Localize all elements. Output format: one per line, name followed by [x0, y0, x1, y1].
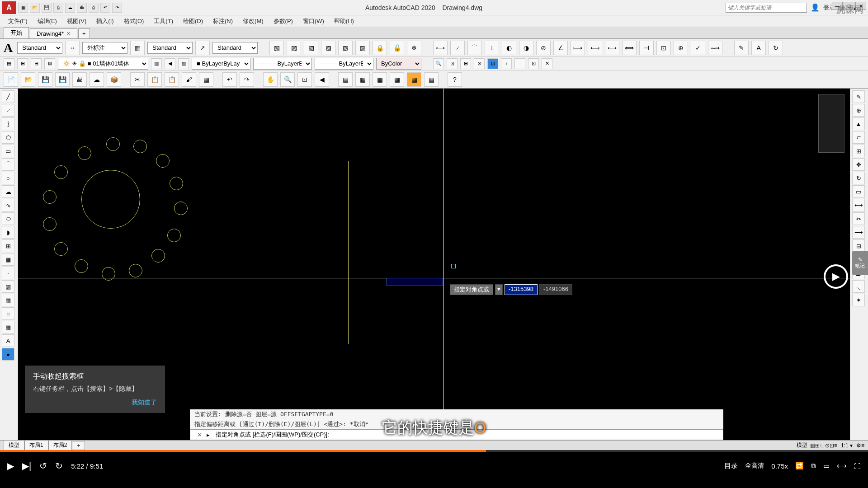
extend-icon[interactable]: ⟶ [852, 226, 865, 239]
zoom-extents-icon[interactable]: ✕ [542, 58, 552, 69]
point-icon[interactable]: · [2, 267, 14, 279]
mleader-icon[interactable]: ↗ [195, 41, 210, 55]
layer-props-icon[interactable]: ▤ [4, 58, 14, 69]
circle-icon[interactable]: ○ [2, 172, 14, 184]
zoom-dynamic-icon[interactable]: ⊡ [447, 58, 458, 69]
zoom-out-icon[interactable]: − [514, 58, 525, 69]
dim-quick-icon[interactable]: ⟼ [571, 41, 585, 55]
layer-tool4-icon[interactable]: ▨ [321, 41, 335, 55]
layer-tool-icon[interactable]: ▧ [269, 41, 284, 55]
zoom-all-icon[interactable]: ⊡ [528, 58, 539, 69]
table-icon[interactable]: ▦ [130, 41, 145, 55]
dyn-dropdown-icon[interactable]: ▾ [495, 284, 503, 295]
redo-icon[interactable]: ↷ [240, 72, 254, 87]
close-icon[interactable]: ✕ [66, 31, 71, 37]
dim-linear-icon[interactable]: ⟷ [433, 41, 448, 55]
model-tab[interactable]: 模型 [4, 440, 24, 450]
menu-tools[interactable]: 工具(T) [149, 16, 178, 26]
app-logo[interactable]: A [2, 1, 16, 14]
markup-icon[interactable]: ▦ [407, 72, 421, 87]
layer-tool6-icon[interactable]: ▨ [355, 41, 370, 55]
layer-freeze-icon[interactable]: ❄ [407, 41, 421, 55]
line-icon[interactable]: ╱ [2, 90, 14, 103]
layout1-tab[interactable]: 布局1 [24, 440, 48, 450]
cmd-close-icon[interactable]: ✕ [195, 432, 204, 438]
status-lwt-icon[interactable]: ≡ [834, 442, 837, 449]
dim-aligned-icon[interactable]: ⟋ [450, 41, 465, 55]
mleader-style-select[interactable]: Standard [212, 42, 258, 54]
video-progress[interactable] [0, 450, 868, 452]
menu-edit[interactable]: 编辑(E) [33, 16, 61, 26]
drawing-canvas[interactable]: 指定对角点或 ▾ -1315398 -1491066 手动收起搜索框 右键任务栏… [18, 89, 850, 440]
props-icon[interactable]: ▤ [338, 72, 353, 87]
dim-radius-icon[interactable]: ◐ [502, 41, 516, 55]
insert-icon[interactable]: ⊞ [2, 239, 14, 252]
mtext-icon-p[interactable]: A [2, 334, 14, 347]
theater-icon[interactable]: ▭ [823, 462, 830, 470]
tool-palette-icon[interactable]: ▦ [373, 72, 387, 87]
fillet-icon[interactable]: ◟ [852, 280, 865, 293]
paste-icon[interactable]: 📋 [165, 72, 179, 87]
center-mark-icon[interactable]: ⊕ [674, 41, 688, 55]
pip-icon[interactable]: ⧉ [811, 462, 816, 470]
nav-cube[interactable] [818, 94, 844, 153]
layer-walk-icon[interactable]: ⊟ [31, 58, 42, 69]
array-icon[interactable]: ⊞ [852, 145, 865, 157]
status-polar-icon[interactable]: ⊙ [825, 442, 830, 449]
dim-jog-icon[interactable]: ◑ [519, 41, 533, 55]
dimension-icon[interactable]: ↔ [65, 41, 80, 55]
qat-redo-icon[interactable]: ↷ [112, 3, 122, 13]
explode-icon[interactable]: ✶ [852, 294, 865, 306]
open-icon[interactable]: 📂 [21, 72, 35, 87]
new-icon[interactable]: 📄 [4, 72, 18, 87]
dim-break-icon[interactable]: ⊣ [639, 41, 654, 55]
dim-diameter-icon[interactable]: ⊘ [536, 41, 551, 55]
tab-start[interactable]: 开始 [4, 27, 29, 38]
copy-icon[interactable]: 📋 [147, 72, 162, 87]
dim-continue-icon[interactable]: ⟷ [605, 41, 619, 55]
revcloud-icon[interactable]: ☁ [2, 185, 14, 198]
undo-icon[interactable]: ↶ [222, 72, 237, 87]
status-grid-icon[interactable]: ▦ [810, 442, 815, 449]
dim-ordinate-icon[interactable]: ⊥ [485, 41, 499, 55]
menu-draw[interactable]: 绘图(D) [179, 16, 208, 26]
menu-modify[interactable]: 修改(M) [238, 16, 268, 26]
bycolor-select[interactable]: ByColor [376, 58, 421, 70]
3d-icon[interactable]: 📦 [107, 72, 121, 87]
layer-unlock-icon[interactable]: 🔓 [390, 41, 404, 55]
mtext-icon[interactable]: A [4, 41, 13, 55]
status-osnap-icon[interactable]: ⊡ [830, 442, 834, 449]
qat-open-icon[interactable]: 📂 [30, 3, 40, 13]
hatch-icon[interactable]: ▨ [2, 280, 14, 293]
dyn-y-field[interactable]: -1491066 [539, 284, 572, 295]
menu-dim[interactable]: 标注(N) [208, 16, 237, 26]
plot-icon[interactable]: 🖶 [72, 72, 87, 87]
status-model[interactable]: 模型 [797, 441, 807, 449]
rewind-icon[interactable]: ↺ [39, 460, 47, 471]
menu-help[interactable]: 帮助(H) [330, 16, 359, 26]
layout-plus[interactable]: + [72, 441, 85, 450]
table-style-select[interactable]: Standard [147, 42, 193, 54]
speed-select[interactable]: 0.75x [771, 462, 788, 470]
pan-icon[interactable]: ✋ [263, 72, 278, 87]
play-button[interactable]: ▶ [7, 460, 14, 471]
offset-icon[interactable]: ⊂ [852, 131, 865, 144]
dim-baseline-icon[interactable]: ⟻ [588, 41, 602, 55]
plotstyle-select[interactable]: ——— ByLayerByLayer [315, 58, 373, 70]
inspect-icon[interactable]: ✓ [691, 41, 705, 55]
zoom-prev-icon[interactable]: ◀ [315, 72, 329, 87]
wide-icon[interactable]: ⟷ [837, 462, 847, 470]
play-next-badge[interactable]: ▶ [824, 264, 848, 289]
addsel-icon[interactable]: ● [2, 348, 14, 361]
gradient-icon[interactable]: ▦ [2, 294, 14, 306]
polyline-icon[interactable]: ⟆ [2, 117, 14, 130]
break-icon[interactable]: ⊟ [852, 239, 865, 252]
polygon-icon[interactable]: ⬠ [2, 131, 14, 144]
menu-window[interactable]: 窗口(W) [298, 16, 329, 26]
quality-select[interactable]: 全高清 [745, 462, 764, 470]
arc-icon[interactable]: ⌒ [2, 158, 14, 171]
menu-insert[interactable]: 插入(I) [92, 16, 118, 26]
layer-lock-icon[interactable]: 🔒 [373, 41, 387, 55]
zoom-rt-icon[interactable]: 🔍 [280, 72, 295, 87]
saveas-icon2[interactable]: 💾 [55, 72, 70, 87]
